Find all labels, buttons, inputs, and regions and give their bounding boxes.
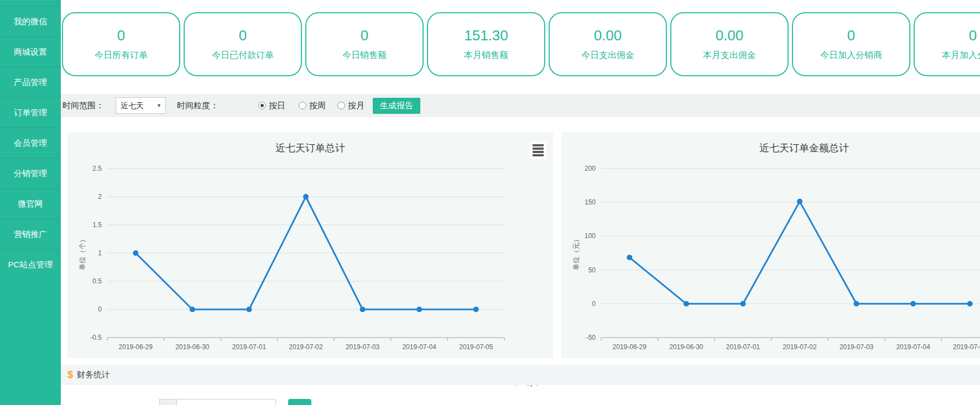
sidebar-item-member-management[interactable]: 会员管理 [0, 128, 61, 158]
svg-text:2019-07-02: 2019-07-02 [289, 343, 323, 351]
filter-bar: 时间范围： 近七天 ▼ 时间粒度： 按日 按周 按月 生成报告 [61, 94, 980, 117]
stat-card-month-commission: 0.00 本月支出佣金 [670, 12, 789, 76]
svg-text:1: 1 [98, 249, 102, 257]
svg-text:2.5: 2.5 [92, 165, 102, 172]
stat-label: 本月销售额 [464, 50, 508, 61]
svg-text:2019-07-05: 2019-07-05 [459, 343, 493, 351]
finance-search-button[interactable] [288, 399, 311, 405]
chevron-down-icon: ▼ [157, 98, 161, 113]
time-range-value: 近七天 [121, 101, 144, 110]
stat-card-today-commission: 0.00 今日支出佣金 [549, 12, 667, 76]
svg-text:0.5: 0.5 [92, 277, 102, 285]
sidebar-item-order-management[interactable]: 订单管理 [0, 97, 61, 128]
svg-text:2019-06-29: 2019-06-29 [613, 343, 647, 351]
generate-report-button[interactable]: 生成报告 [373, 98, 420, 114]
stat-card-today-sales: 0 今日销售额 [305, 12, 424, 76]
svg-text:2: 2 [98, 193, 102, 201]
svg-text:2019-07-01: 2019-07-01 [232, 343, 267, 351]
radio-label: 按日 [269, 101, 285, 111]
order-amount-line-chart: 200150100500-502019-06-292019-06-302019-… [561, 133, 980, 358]
stat-card-today-distributors: 0 今日加入分销商 [792, 12, 910, 76]
granularity-label: 时间粒度： [177, 101, 218, 111]
radio-icon [258, 102, 266, 109]
stat-card-today-paid-orders: 0 今日已付款订单 [184, 12, 302, 76]
stat-label: 今日销售额 [342, 50, 387, 61]
sidebar-item-marketing-promotion[interactable]: 营销推广 [0, 219, 61, 249]
svg-text:2019-07-05: 2019-07-05 [953, 343, 980, 351]
stat-value: 0.00 [716, 27, 744, 44]
finance-section-title: 财务统计 [77, 370, 110, 380]
stat-label: 今日支出佣金 [581, 50, 634, 61]
sidebar-item-pc-site-management[interactable]: PC站点管理 [0, 249, 61, 280]
radio-icon [337, 102, 345, 109]
stat-value: 0 [969, 27, 977, 44]
svg-text:-0.5: -0.5 [90, 334, 102, 341]
stat-value: 151.30 [464, 27, 508, 44]
radio-by-week[interactable]: 按周 [299, 101, 326, 111]
radio-label: 按周 [309, 101, 326, 111]
svg-text:2019-07-02: 2019-07-02 [783, 343, 817, 351]
chart-panel-orders: 近七天订单总计 单位（个） 2.521.510.50-0.52019-06-29… [67, 133, 553, 358]
sidebar: 我的微信 商城设置 产品管理 订单管理 会员管理 分销管理 微官网 营销推广 P… [0, 0, 61, 405]
radio-by-month[interactable]: 按月 [337, 101, 364, 111]
svg-text:200: 200 [585, 165, 596, 172]
radio-by-day[interactable]: 按日 [258, 101, 285, 111]
svg-text:2019-07-03: 2019-07-03 [840, 343, 874, 351]
time-range-label: 时间范围： [62, 101, 104, 111]
stat-value: 0 [361, 27, 368, 44]
svg-text:2019-07-03: 2019-07-03 [346, 343, 380, 351]
time-range-select[interactable]: 近七天 ▼ [116, 97, 166, 114]
stat-value: 0 [847, 27, 855, 44]
finance-search-input[interactable] [176, 399, 276, 405]
stat-value: 0 [117, 27, 125, 44]
svg-text:2019-07-01: 2019-07-01 [726, 343, 760, 351]
chart-panel-order-amount: 近七天订单金额总计 单位（元） 200150100500-502019-06-2… [561, 133, 980, 358]
stat-value: 0 [239, 27, 247, 44]
finance-section-header: $ 财务统计 [61, 365, 980, 385]
svg-text:0: 0 [98, 306, 102, 313]
chart-menu-icon[interactable] [530, 141, 546, 159]
stat-label: 今日已付款订单 [212, 50, 274, 61]
stat-card-month-distributors: 0 本月加入分销商 [914, 12, 980, 76]
stat-label: 今日所有订单 [95, 50, 148, 61]
svg-text:-50: -50 [586, 334, 596, 341]
stat-label: 本月支出佣金 [703, 50, 756, 61]
sidebar-item-mall-settings[interactable]: 商城设置 [0, 36, 61, 67]
svg-text:2019-06-30: 2019-06-30 [175, 343, 210, 351]
dashboard-page: 我的微信 商城设置 产品管理 订单管理 会员管理 分销管理 微官网 营销推广 P… [0, 0, 980, 405]
svg-text:50: 50 [588, 266, 596, 274]
stat-card-month-sales: 151.30 本月销售额 [427, 12, 545, 76]
svg-text:1.5: 1.5 [92, 221, 102, 229]
orders-line-chart: 2.521.510.50-0.52019-06-292019-06-302019… [67, 133, 553, 358]
sidebar-item-micro-site[interactable]: 微官网 [0, 188, 61, 219]
svg-text:100: 100 [585, 232, 596, 240]
stat-card-today-orders: 0 今日所有订单 [62, 12, 180, 76]
stats-cards-row: 0 今日所有订单 0 今日已付款订单 0 今日销售额 151.30 本月销售额 … [62, 12, 980, 76]
svg-text:2019-06-30: 2019-06-30 [669, 343, 703, 351]
stat-value: 0.00 [594, 27, 622, 44]
sidebar-item-distribution-management[interactable]: 分销管理 [0, 158, 61, 188]
sidebar-item-my-wechat[interactable]: 我的微信 [0, 6, 61, 36]
dollar-icon: $ [67, 369, 73, 381]
svg-text:2019-06-29: 2019-06-29 [119, 343, 153, 351]
svg-text:2019-07-04: 2019-07-04 [402, 343, 436, 351]
radio-icon [299, 102, 306, 109]
sidebar-menu: 我的微信 商城设置 产品管理 订单管理 会员管理 分销管理 微官网 营销推广 P… [0, 0, 61, 280]
svg-text:0: 0 [592, 300, 596, 308]
sidebar-item-product-management[interactable]: 产品管理 [0, 67, 61, 97]
stat-label: 今日加入分销商 [820, 50, 882, 61]
stat-label: 本月加入分销商 [942, 50, 980, 61]
svg-text:2019-07-04: 2019-07-04 [896, 343, 930, 351]
radio-label: 按月 [348, 101, 364, 111]
finance-input-addon [159, 399, 177, 405]
svg-text:150: 150 [585, 198, 596, 206]
